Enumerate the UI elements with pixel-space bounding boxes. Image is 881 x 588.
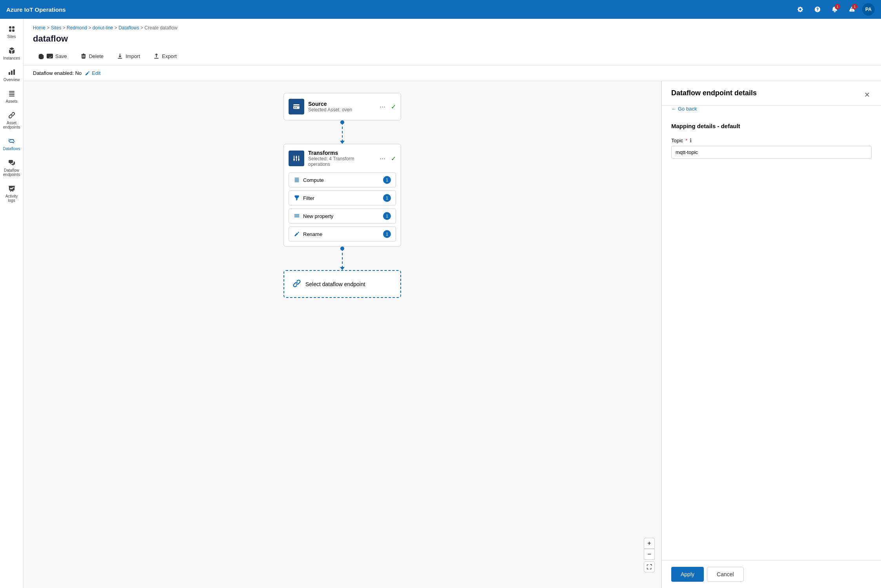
- transform-node[interactable]: Transforms Selected: 4 Transform operati…: [283, 144, 401, 247]
- breadcrumb-donut-line[interactable]: donut-line: [93, 25, 113, 31]
- app-body: Sites Instances Overview Assets Asset en…: [0, 19, 881, 588]
- delete-button[interactable]: Delete: [75, 50, 109, 62]
- source-node-subtitle: Selected Asset: oven: [308, 107, 374, 113]
- connector-arrow-2: [340, 267, 345, 270]
- import-button[interactable]: Import: [112, 50, 145, 62]
- mapping-title: Mapping details - default: [671, 116, 872, 129]
- sidebar-item-dataflow-endpoints[interactable]: Dataflow endpoints: [1, 156, 23, 180]
- source-node-info: Source Selected Asset: oven: [308, 101, 374, 113]
- transform-item-rename[interactable]: Rename 1: [289, 227, 396, 241]
- export-button[interactable]: Export: [148, 50, 182, 62]
- source-node-more-button[interactable]: ···: [378, 101, 387, 113]
- page-header: Home > Sites > Redmond > donut-line > Da…: [24, 19, 881, 47]
- transform-items: Compute 1 Filter 1 New: [284, 172, 401, 246]
- filter-badge: 1: [383, 194, 391, 202]
- edit-label: Edit: [92, 70, 100, 76]
- source-node[interactable]: Source Selected Asset: oven ··· ✓: [283, 93, 401, 120]
- transform-node-title: Transforms: [308, 150, 374, 156]
- cancel-button[interactable]: Cancel: [707, 567, 744, 582]
- sidebar-item-dataflows[interactable]: Dataflows: [1, 134, 23, 154]
- sidebar-item-sites[interactable]: Sites: [1, 22, 23, 42]
- connector-arrow-1: [340, 141, 345, 144]
- source-node-header: Source Selected Asset: oven ··· ✓: [284, 93, 401, 120]
- breadcrumb-sites[interactable]: Sites: [51, 25, 62, 31]
- zoom-out-button[interactable]: −: [644, 549, 655, 560]
- go-back-button[interactable]: ← Go back: [662, 106, 881, 116]
- info-icon[interactable]: ℹ: [690, 137, 692, 143]
- transform-item-filter[interactable]: Filter 1: [289, 191, 396, 205]
- sidebar-item-overview[interactable]: Overview: [1, 65, 23, 85]
- source-node-check: ✓: [391, 103, 396, 111]
- save-button[interactable]: Save: [33, 50, 72, 62]
- zoom-in-button[interactable]: +: [644, 538, 655, 549]
- save-label: Save: [55, 53, 67, 59]
- help-button[interactable]: [810, 2, 825, 16]
- sidebar-label-sites: Sites: [7, 34, 16, 39]
- main-content: Home > Sites > Redmond > donut-line > Da…: [24, 19, 881, 588]
- transform-node-icon: [289, 151, 304, 166]
- topic-field: Topic * ℹ: [671, 137, 872, 159]
- sidebar-label-asset-endpoints: Asset endpoints: [2, 121, 21, 129]
- topic-input[interactable]: [671, 146, 872, 159]
- filter-label: Filter: [303, 195, 314, 201]
- canvas-panel-row: Source Selected Asset: oven ··· ✓: [24, 81, 881, 588]
- sidebar-label-overview: Overview: [4, 78, 20, 82]
- page-title: dataflow: [33, 34, 872, 44]
- select-endpoint-node[interactable]: Select dataflow endpoint: [283, 270, 401, 298]
- breadcrumb-current: Create dataflow: [145, 25, 178, 31]
- right-panel: Dataflow endpoint details ✕ ← Go back Ma…: [661, 81, 881, 588]
- breadcrumb-home[interactable]: Home: [33, 25, 45, 31]
- notifications-badge: 1: [835, 4, 840, 9]
- zoom-controls: + −: [644, 538, 655, 572]
- transform-node-check: ✓: [391, 155, 396, 162]
- apply-button[interactable]: Apply: [671, 567, 704, 582]
- user-avatar[interactable]: PA: [862, 3, 875, 16]
- edit-button[interactable]: Edit: [85, 70, 100, 76]
- panel-close-button[interactable]: ✕: [863, 89, 872, 101]
- connector-line-1: [342, 122, 343, 142]
- connector-1: [35, 120, 649, 144]
- go-back-arrow-icon: ←: [671, 106, 676, 112]
- sidebar-item-activity-logs[interactable]: Activity logs: [1, 181, 23, 206]
- panel-footer: Apply Cancel: [662, 560, 881, 588]
- delete-label: Delete: [89, 53, 104, 59]
- sidebar-item-assets[interactable]: Assets: [1, 87, 23, 107]
- breadcrumb-dataflows[interactable]: Dataflows: [118, 25, 139, 31]
- notifications-button[interactable]: 1: [828, 2, 842, 16]
- transform-node-subtitle: Selected: 4 Transform operations: [308, 156, 374, 167]
- sidebar-item-asset-endpoints[interactable]: Asset endpoints: [1, 108, 23, 132]
- fit-view-button[interactable]: [644, 561, 655, 572]
- new-property-label: New property: [303, 213, 333, 219]
- breadcrumb: Home > Sites > Redmond > donut-line > Da…: [33, 25, 872, 31]
- transform-node-info: Transforms Selected: 4 Transform operati…: [308, 150, 374, 167]
- export-label: Export: [162, 53, 177, 59]
- settings-button[interactable]: [793, 2, 807, 16]
- panel-body: Mapping details - default Topic * ℹ: [662, 116, 881, 560]
- rename-badge: 1: [383, 230, 391, 238]
- sidebar-item-instances[interactable]: Instances: [1, 44, 23, 64]
- topic-label: Topic * ℹ: [671, 137, 872, 143]
- alerts-badge: 1: [852, 4, 857, 9]
- topbar: Azure IoT Operations 1 1 PA: [0, 0, 881, 19]
- dataflow-status: Dataflow enabled: No: [33, 70, 82, 76]
- go-back-label: Go back: [678, 106, 697, 112]
- panel-header: Dataflow endpoint details ✕: [662, 81, 881, 106]
- transform-item-new-property[interactable]: New property 1: [289, 209, 396, 223]
- connector-2: [35, 247, 649, 270]
- endpoint-icon: [292, 279, 302, 289]
- sidebar-label-dataflows: Dataflows: [3, 147, 20, 151]
- source-node-icon: [289, 99, 304, 114]
- transform-node-more-button[interactable]: ···: [378, 153, 387, 164]
- alerts-button[interactable]: 1: [845, 2, 859, 16]
- breadcrumb-redmond[interactable]: Redmond: [67, 25, 87, 31]
- canvas-inner: Source Selected Asset: oven ··· ✓: [24, 81, 661, 588]
- status-bar: Dataflow enabled: No Edit: [24, 65, 881, 81]
- sidebar-label-instances: Instances: [3, 56, 20, 60]
- compute-label: Compute: [303, 177, 324, 183]
- sidebar-label-assets: Assets: [5, 99, 17, 103]
- content-area: Dataflow enabled: No Edit: [24, 65, 881, 588]
- topbar-actions: 1 1 PA: [793, 2, 875, 16]
- flow-canvas[interactable]: Source Selected Asset: oven ··· ✓: [24, 81, 661, 588]
- transform-item-compute[interactable]: Compute 1: [289, 172, 396, 187]
- transform-node-header: Transforms Selected: 4 Transform operati…: [284, 144, 401, 172]
